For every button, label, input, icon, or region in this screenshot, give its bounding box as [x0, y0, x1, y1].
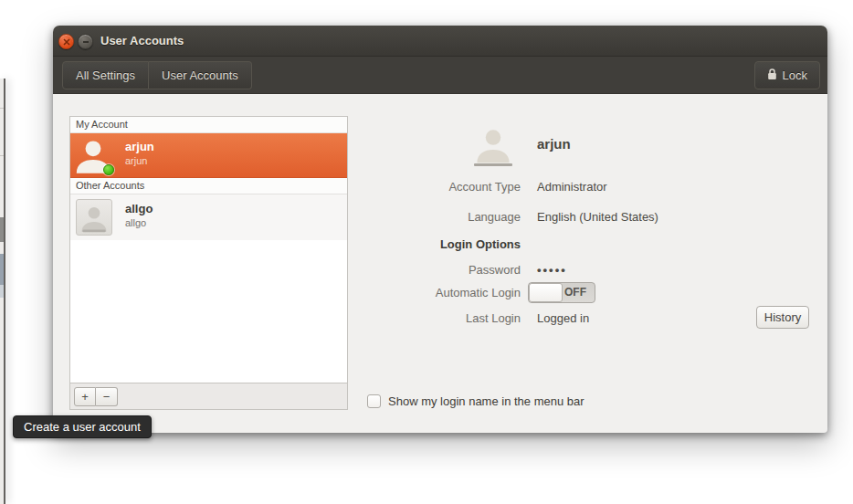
window-title: User Accounts	[100, 26, 184, 57]
account-name: arjun	[125, 140, 154, 153]
account-list: My Account arjun arjun Other Accounts al…	[69, 116, 348, 383]
user-accounts-window: User Accounts All Settings User Accounts…	[53, 26, 827, 433]
automatic-login-toggle[interactable]: OFF	[528, 282, 595, 303]
background-window-edge	[0, 79, 5, 504]
account-type-value[interactable]: Administrator	[537, 180, 607, 194]
toggle-state-label: OFF	[564, 283, 586, 302]
toolbar: All Settings User Accounts Lock	[53, 57, 827, 94]
remove-account-button[interactable]: −	[96, 387, 118, 406]
user-fullname: arjun	[537, 136, 571, 152]
show-login-name-label: Show my login name in the menu bar	[388, 394, 584, 408]
login-options-header: Login Options	[318, 237, 521, 251]
minimize-icon	[82, 38, 90, 46]
account-list-toolbar: + −	[69, 383, 348, 410]
online-status-dot	[103, 164, 114, 175]
divider	[0, 155, 4, 156]
account-username: arjun	[125, 155, 147, 166]
account-name: allgo	[125, 202, 153, 215]
content-area: My Account arjun arjun Other Accounts al…	[53, 94, 827, 433]
show-login-name-row: Show my login name in the menu bar	[367, 394, 584, 408]
account-type-label: Account Type	[318, 180, 521, 194]
language-value[interactable]: English (United States)	[537, 210, 658, 224]
avatar-base	[474, 163, 512, 166]
password-value[interactable]: •••••	[537, 263, 567, 277]
my-account-header: My Account	[70, 117, 347, 133]
account-row-allgo[interactable]: allgo allgo	[70, 194, 347, 240]
add-account-button[interactable]: +	[74, 387, 96, 406]
lock-button-label: Lock	[783, 68, 807, 82]
background-window-fragment	[0, 285, 4, 298]
close-icon	[63, 38, 70, 46]
titlebar[interactable]: User Accounts	[53, 26, 827, 57]
last-login-label: Last Login	[318, 311, 521, 325]
last-login-value: Logged in	[537, 311, 589, 325]
all-settings-button[interactable]: All Settings	[62, 61, 149, 89]
toggle-handle[interactable]	[529, 283, 563, 302]
minimize-button[interactable]	[78, 34, 93, 49]
language-label: Language	[318, 210, 521, 224]
automatic-login-label: Automatic Login	[318, 286, 521, 299]
lock-icon	[767, 68, 777, 83]
user-avatar-large[interactable]	[472, 124, 514, 166]
lock-button[interactable]: Lock	[754, 61, 820, 89]
avatar	[76, 199, 112, 236]
password-label: Password	[318, 263, 521, 277]
account-row-arjun[interactable]: arjun arjun	[70, 133, 347, 178]
divider	[0, 108, 4, 109]
history-button[interactable]: History	[756, 306, 809, 329]
user-accounts-breadcrumb-button[interactable]: User Accounts	[149, 61, 252, 89]
breadcrumb: All Settings User Accounts	[62, 61, 252, 89]
account-username: allgo	[125, 217, 146, 228]
background-window-fragment	[0, 254, 4, 285]
create-account-tooltip: Create a user account	[13, 415, 152, 438]
background-window-fragment	[0, 217, 4, 242]
close-button[interactable]	[58, 34, 74, 49]
show-login-name-checkbox[interactable]	[367, 394, 381, 408]
